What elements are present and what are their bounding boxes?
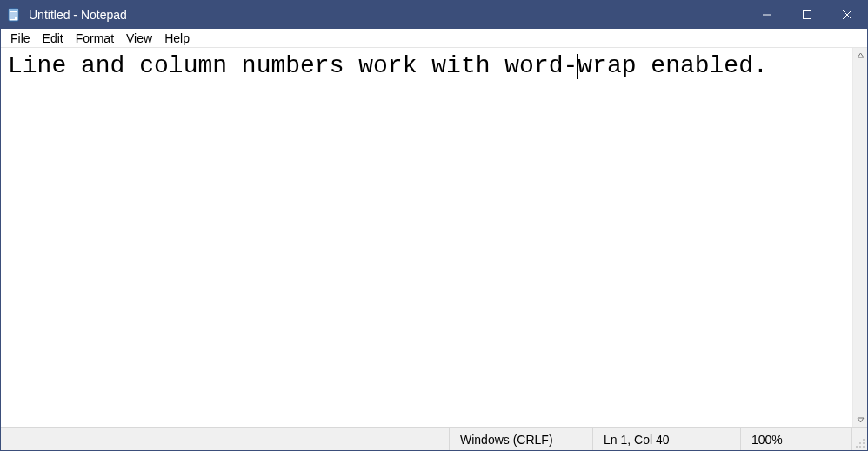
editor-container: Line and column numbers work with word-w… bbox=[1, 48, 867, 428]
close-button[interactable] bbox=[827, 1, 867, 29]
menu-help[interactable]: Help bbox=[158, 30, 196, 46]
scroll-up-arrow-icon[interactable] bbox=[853, 48, 868, 63]
svg-point-15 bbox=[859, 442, 861, 444]
resize-grip[interactable] bbox=[852, 428, 867, 450]
svg-point-13 bbox=[863, 439, 865, 441]
maximize-button[interactable] bbox=[787, 1, 827, 29]
menu-edit[interactable]: Edit bbox=[37, 30, 70, 46]
menu-view[interactable]: View bbox=[120, 30, 158, 46]
status-filler bbox=[1, 428, 450, 450]
text-editor[interactable]: Line and column numbers work with word-w… bbox=[1, 48, 852, 427]
svg-point-2 bbox=[10, 10, 10, 10]
title-bar[interactable]: Untitled - Notepad bbox=[1, 1, 867, 29]
minimize-button[interactable] bbox=[747, 1, 787, 29]
editor-text-before-caret: Line and column numbers work with word- bbox=[8, 52, 578, 79]
svg-point-3 bbox=[13, 10, 14, 10]
status-line-ending: Windows (CRLF) bbox=[450, 428, 593, 450]
svg-point-16 bbox=[863, 446, 865, 448]
app-icon bbox=[1, 8, 27, 22]
text-caret bbox=[577, 54, 578, 79]
menu-format[interactable]: Format bbox=[70, 30, 120, 46]
status-zoom-level: 100% bbox=[741, 428, 852, 450]
svg-rect-10 bbox=[804, 11, 811, 19]
svg-point-4 bbox=[16, 10, 17, 10]
status-bar: Windows (CRLF) Ln 1, Col 40 100% bbox=[1, 428, 867, 450]
scroll-down-arrow-icon[interactable] bbox=[853, 413, 868, 427]
editor-text-after-caret: wrap enabled. bbox=[578, 52, 767, 79]
svg-point-18 bbox=[856, 446, 858, 448]
svg-point-14 bbox=[863, 442, 865, 444]
status-cursor-position: Ln 1, Col 40 bbox=[593, 428, 741, 450]
svg-point-17 bbox=[859, 446, 861, 448]
vertical-scrollbar[interactable] bbox=[852, 48, 867, 427]
menu-bar: File Edit Format View Help bbox=[1, 29, 867, 48]
window-title: Untitled - Notepad bbox=[27, 8, 127, 22]
menu-file[interactable]: File bbox=[4, 30, 37, 46]
